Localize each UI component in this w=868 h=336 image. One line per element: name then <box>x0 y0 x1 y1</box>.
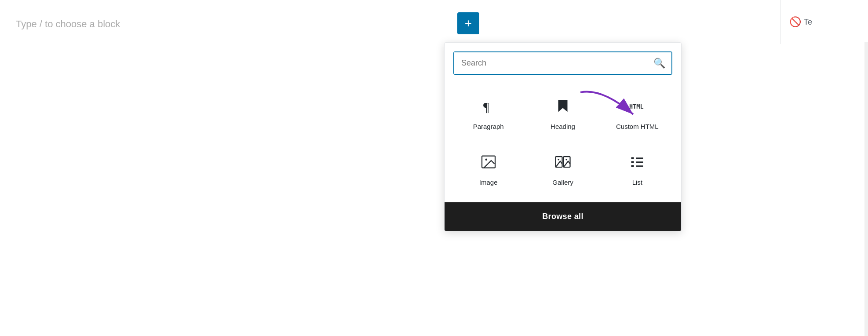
browse-all-button[interactable]: Browse all <box>445 202 681 231</box>
block-item-custom-html[interactable]: HTML Custom HTML <box>602 86 672 138</box>
template-button[interactable]: 🚫 Te <box>789 16 812 28</box>
block-label-paragraph: Paragraph <box>473 123 504 130</box>
block-item-list[interactable]: List <box>602 142 672 194</box>
paragraph-icon: ¶ <box>478 95 499 117</box>
block-item-paragraph[interactable]: ¶ Paragraph <box>453 86 523 138</box>
block-item-gallery[interactable]: Gallery <box>528 142 598 194</box>
plus-icon: + <box>465 17 472 29</box>
svg-point-3 <box>485 159 487 161</box>
block-inserter-popup: 🔍 ¶ Paragraph Heading <box>444 42 682 231</box>
inserter-search-area: 🔍 <box>445 43 681 82</box>
search-input-wrapper: 🔍 <box>453 51 672 75</box>
template-label: Te <box>804 18 812 27</box>
list-icon <box>627 151 648 172</box>
image-icon <box>478 151 499 172</box>
block-item-image[interactable]: Image <box>453 142 523 194</box>
svg-rect-12 <box>631 165 634 168</box>
block-grid: ¶ Paragraph Heading HTML Custom HTML <box>445 82 681 202</box>
block-label-heading: Heading <box>551 123 575 130</box>
add-block-button[interactable]: + <box>457 12 479 34</box>
toolbar-right: 🚫 Te <box>780 0 868 44</box>
search-input[interactable] <box>454 52 671 74</box>
svg-point-7 <box>565 159 567 161</box>
block-label-gallery: Gallery <box>552 179 573 186</box>
block-item-heading[interactable]: Heading <box>528 86 598 138</box>
svg-text:HTML: HTML <box>629 103 644 110</box>
svg-rect-8 <box>631 157 634 160</box>
block-label-image: Image <box>479 179 498 186</box>
svg-text:¶: ¶ <box>483 99 489 114</box>
block-label-list: List <box>632 179 642 186</box>
browse-all-label: Browse all <box>542 212 584 221</box>
search-icon-button[interactable]: 🔍 <box>653 58 665 69</box>
editor-placeholder: Type / to choose a block <box>16 18 120 30</box>
svg-rect-10 <box>631 161 634 164</box>
heading-icon <box>552 95 573 117</box>
html-icon: HTML <box>627 95 648 117</box>
right-scrollbar <box>864 42 868 336</box>
block-label-custom-html: Custom HTML <box>616 123 659 130</box>
gallery-icon <box>552 151 573 172</box>
no-entry-icon: 🚫 <box>789 16 801 28</box>
svg-point-6 <box>558 159 559 161</box>
search-icon: 🔍 <box>653 58 665 69</box>
